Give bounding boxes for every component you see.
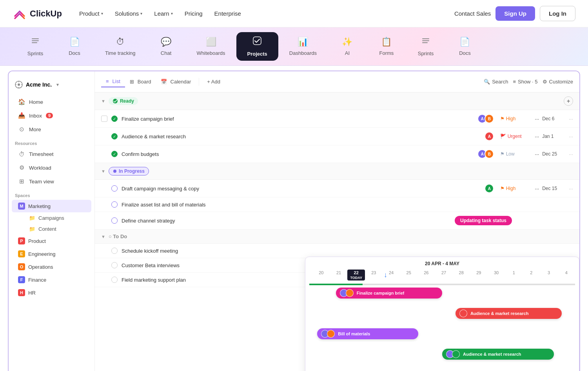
- sidebar-sub-content[interactable]: 📁Content: [12, 224, 91, 234]
- task-more-button[interactable]: ···: [569, 151, 573, 157]
- signup-button[interactable]: Sign Up: [495, 6, 535, 21]
- svg-rect-2: [32, 42, 37, 43]
- task-checkbox[interactable]: [111, 185, 118, 192]
- avatar: B: [485, 114, 494, 123]
- navbar: ClickUp Product ▾ Solutions ▾ Learn ▾ Pr…: [0, 0, 588, 27]
- nav-actions: Contact Sales Sign Up Log In: [454, 6, 575, 21]
- nav-product[interactable]: Product ▾: [74, 7, 108, 20]
- feature-tab-sprints[interactable]: Sprints: [406, 33, 445, 60]
- gantt-date-cell: 23: [365, 270, 383, 281]
- feature-tab-chat[interactable]: 💬Chat: [147, 33, 186, 60]
- task-checkbox[interactable]: ✓: [111, 133, 118, 139]
- feature-tabs-bar: Sprints📄Docs⏱Time tracking💬Chat⬜Whiteboa…: [0, 27, 588, 66]
- task-checkbox[interactable]: [111, 277, 118, 283]
- task-more-button[interactable]: ···: [569, 134, 573, 139]
- feature-tab-forms[interactable]: 📋Forms: [367, 33, 406, 60]
- chevron-down-icon: ▾: [101, 11, 103, 16]
- task-checkbox[interactable]: [111, 262, 118, 268]
- feature-tab-sprints[interactable]: Sprints: [16, 33, 55, 60]
- toolbar-tab-board[interactable]: ⊞Board: [125, 76, 156, 87]
- add-button[interactable]: + Add: [202, 76, 225, 87]
- table-row[interactable]: ✓ Finalize campaign brief AB ⚑ High ··· …: [95, 110, 579, 128]
- sidebar-space-operations[interactable]: OOperations: [12, 261, 91, 273]
- task-checkbox[interactable]: ✓: [111, 151, 118, 157]
- toolbar-tab-list[interactable]: ≡List: [101, 76, 125, 87]
- space-dot: H: [18, 289, 25, 296]
- more-options[interactable]: ···: [535, 186, 539, 192]
- table-row[interactable]: Draft campaign messaging & copy A ⚑ High…: [95, 180, 579, 197]
- table-row[interactable]: Finalize asset list and bill of material…: [95, 197, 579, 212]
- sidebar-resource-workload[interactable]: ⚙Workload: [12, 161, 91, 174]
- task-checkbox[interactable]: [111, 248, 118, 254]
- search-button[interactable]: 🔍 Search: [484, 79, 508, 85]
- feature-tab-docs[interactable]: 📄Docs: [445, 33, 485, 60]
- tab-icon: 📊: [298, 37, 308, 47]
- table-row[interactable]: ✓ Confirm budgets AB ⚑ Low ··· Dec 25 ··…: [95, 145, 579, 163]
- sidebar-resource-timesheet[interactable]: ⏱Timesheet: [12, 148, 91, 161]
- sidebar-space-product[interactable]: PProduct: [12, 235, 91, 247]
- table-row[interactable]: Define channel strategy Updating task st…: [95, 212, 579, 230]
- more-options[interactable]: ···: [535, 151, 539, 157]
- tab-icon: ⊞: [130, 79, 134, 85]
- sidebar-sub-campaigns[interactable]: 📁Campaigns: [12, 213, 91, 223]
- gantt-date-cell: 28: [452, 270, 470, 281]
- sidebar-space-hr[interactable]: HHR: [12, 286, 91, 299]
- avatar: B: [485, 149, 494, 159]
- status-pill: Ready: [109, 97, 138, 105]
- logo[interactable]: ClickUp: [13, 7, 62, 21]
- sidebar-space-engineering[interactable]: EEngineering: [12, 248, 91, 260]
- sidebar-space-marketing[interactable]: MMarketing: [12, 200, 91, 212]
- space-dot: F: [18, 276, 25, 283]
- workspace-selector[interactable]: Acme Inc. ▾: [9, 78, 94, 95]
- customize-button[interactable]: ⚙ Customize: [543, 79, 573, 85]
- svg-point-14: [113, 170, 116, 173]
- tab-label: Sprints: [418, 51, 434, 56]
- feature-tab-time-tracking[interactable]: ⏱Time tracking: [94, 33, 147, 60]
- toolbar-tab-calendar[interactable]: 📅Calendar: [156, 76, 196, 87]
- panel-toolbar: ≡List⊞Board📅Calendar + Add 🔍 Search ≡ Sh…: [95, 71, 579, 92]
- priority-flag: ⚑ Low: [500, 151, 532, 157]
- tab-label: Docs: [69, 50, 80, 56]
- tab-icon: ≡: [106, 78, 109, 84]
- table-row[interactable]: ✓ Audience & market research A 🚩 Urgent …: [95, 128, 579, 145]
- task-more-button[interactable]: ···: [569, 116, 573, 122]
- gantt-date-cell: 1: [505, 270, 523, 281]
- feature-tab-whiteboards[interactable]: ⬜Whiteboards: [186, 33, 236, 60]
- section-header-ready[interactable]: ▼Ready+: [95, 92, 579, 110]
- sidebar-nav-more[interactable]: ⊙More: [12, 123, 91, 136]
- feature-tab-ai[interactable]: ✨AI: [328, 33, 367, 60]
- nav-enterprise[interactable]: Enterprise: [210, 7, 246, 20]
- contact-sales-button[interactable]: Contact Sales: [454, 10, 491, 17]
- tab-icon: ✨: [342, 37, 352, 47]
- feature-tab-docs[interactable]: 📄Docs: [55, 33, 94, 60]
- expand-button[interactable]: +: [564, 96, 573, 106]
- row-checkbox[interactable]: [101, 116, 107, 122]
- sidebar-resource-team-view[interactable]: ⊞Team view: [12, 175, 91, 188]
- nav-solutions[interactable]: Solutions ▾: [110, 7, 147, 20]
- show-button[interactable]: ≡ Show · 5: [513, 79, 537, 85]
- task-date: Dec 6: [542, 116, 566, 121]
- sidebar-nav: 🏠Home📥Inbox9⊙More: [9, 95, 94, 136]
- task-checkbox[interactable]: [111, 217, 118, 224]
- sidebar-space-finance[interactable]: FFinance: [12, 273, 91, 286]
- gantt-avatar: [327, 330, 335, 338]
- section-header-in_progress[interactable]: ▼In Progress: [95, 163, 579, 180]
- task-checkbox[interactable]: ✓: [111, 116, 118, 122]
- task-more-button[interactable]: ···: [569, 186, 573, 192]
- sidebar-nav-inbox[interactable]: 📥Inbox9: [12, 109, 91, 122]
- more-options[interactable]: ···: [535, 134, 539, 139]
- sidebar-nav-home[interactable]: 🏠Home: [12, 95, 91, 109]
- table-row[interactable]: Schedule kickoff meeting: [95, 244, 579, 258]
- nav-learn[interactable]: Learn ▾: [149, 7, 177, 20]
- gantt-bar-label: Finalize campaign brief: [357, 291, 405, 295]
- tab-label: Whiteboards: [197, 50, 225, 56]
- task-name: Finalize asset list and bill of material…: [122, 202, 512, 208]
- login-button[interactable]: Log In: [540, 6, 575, 21]
- nav-pricing[interactable]: Pricing: [180, 7, 207, 20]
- feature-tab-projects[interactable]: Projects: [236, 32, 278, 61]
- feature-tab-dashboards[interactable]: 📊Dashboards: [278, 33, 328, 60]
- section-header-todo[interactable]: ▼○ To Do: [95, 230, 579, 244]
- task-checkbox[interactable]: [111, 201, 118, 208]
- more-options[interactable]: ···: [535, 116, 539, 122]
- main-content: Acme Inc. ▾ 🏠Home📥Inbox9⊙More Resources …: [8, 71, 580, 371]
